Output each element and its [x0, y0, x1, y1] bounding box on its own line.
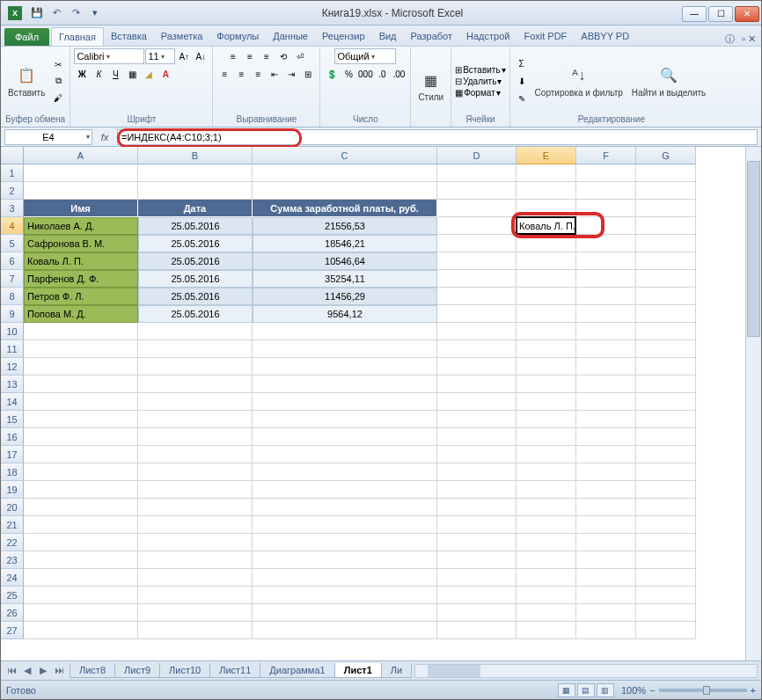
cell-A27[interactable]	[24, 622, 138, 639]
save-button[interactable]: 💾	[29, 5, 45, 21]
cell-C21[interactable]	[253, 516, 437, 534]
cell-C8[interactable]: 11456,29	[253, 288, 437, 305]
sheet-tab-Лист1[interactable]: Лист1	[334, 663, 382, 678]
page-layout-view-button[interactable]: ▤	[577, 683, 595, 697]
cell-D26[interactable]	[437, 604, 517, 622]
cell-D5[interactable]	[437, 235, 517, 252]
cell-F27[interactable]	[576, 622, 636, 639]
cell-E11[interactable]	[517, 340, 576, 358]
cell-D14[interactable]	[437, 393, 517, 411]
cell-G21[interactable]	[636, 516, 696, 534]
wrap-text-button[interactable]: ⏎	[292, 48, 308, 64]
row-header-15[interactable]: 15	[1, 411, 24, 428]
cell-G24[interactable]	[636, 569, 696, 587]
cell-B27[interactable]	[138, 622, 253, 639]
paste-button[interactable]: 📋 Вставить	[4, 63, 48, 99]
cell-E5[interactable]	[517, 235, 576, 252]
row-header-3[interactable]: 3	[1, 200, 24, 217]
row-header-26[interactable]: 26	[1, 604, 24, 622]
cell-E27[interactable]	[517, 622, 576, 639]
cell-D6[interactable]	[437, 252, 517, 270]
cell-D21[interactable]	[437, 516, 517, 534]
cell-F23[interactable]	[576, 551, 636, 569]
cell-A8[interactable]: Петров Ф. Л.	[24, 288, 138, 305]
cell-B3[interactable]: Дата	[138, 200, 253, 217]
cell-D9[interactable]	[437, 305, 517, 323]
cell-E2[interactable]	[517, 182, 576, 200]
ribbon-tab-надстрой[interactable]: Надстрой	[459, 27, 517, 46]
cell-F18[interactable]	[576, 463, 636, 481]
ribbon-tab-главная[interactable]: Главная	[51, 27, 104, 46]
increase-decimal-button[interactable]: .0	[374, 66, 390, 82]
cell-B20[interactable]	[138, 499, 253, 516]
sheet-tab-Лист11[interactable]: Лист11	[209, 663, 260, 678]
cell-F15[interactable]	[576, 411, 636, 428]
cell-F21[interactable]	[576, 516, 636, 534]
cell-G17[interactable]	[636, 446, 696, 463]
column-header-F[interactable]: F	[576, 147, 636, 164]
percent-button[interactable]: %	[341, 66, 356, 82]
cell-D13[interactable]	[437, 376, 517, 393]
cell-A21[interactable]	[24, 516, 138, 534]
cell-A25[interactable]	[24, 587, 138, 604]
cell-A22[interactable]	[24, 534, 138, 551]
bold-button[interactable]: Ж	[74, 66, 90, 82]
hscroll-thumb[interactable]	[428, 665, 480, 677]
cell-E25[interactable]	[517, 587, 576, 604]
sheet-nav-first[interactable]: ⏮	[4, 665, 18, 676]
cell-G8[interactable]	[636, 288, 696, 305]
cell-G9[interactable]	[636, 305, 696, 323]
cell-B24[interactable]	[138, 569, 253, 587]
cell-G15[interactable]	[636, 411, 696, 428]
cell-G20[interactable]	[636, 499, 696, 516]
fill-button[interactable]: ⬇	[514, 73, 530, 89]
ribbon-tab-разметка[interactable]: Разметка	[154, 27, 210, 46]
cell-B7[interactable]: 25.05.2016	[138, 270, 253, 288]
zoom-out-button[interactable]: −	[649, 685, 655, 696]
vscroll-thumb[interactable]	[747, 161, 760, 337]
autosum-button[interactable]: Σ	[514, 55, 530, 71]
cell-E1[interactable]	[517, 164, 576, 182]
cell-G3[interactable]	[636, 200, 696, 217]
cell-D3[interactable]	[437, 200, 517, 217]
zoom-in-button[interactable]: +	[751, 685, 756, 696]
cell-F3[interactable]	[576, 200, 636, 217]
cell-A19[interactable]	[24, 481, 138, 499]
cell-G1[interactable]	[636, 164, 696, 182]
cell-G12[interactable]	[636, 358, 696, 376]
cell-C2[interactable]	[253, 182, 437, 200]
cell-E15[interactable]	[517, 411, 576, 428]
cell-C17[interactable]	[253, 446, 437, 463]
align-top-button[interactable]: ≡	[225, 48, 241, 64]
cell-F12[interactable]	[576, 358, 636, 376]
underline-button[interactable]: Ч	[107, 66, 123, 82]
cell-B12[interactable]	[138, 358, 253, 376]
cell-A12[interactable]	[24, 358, 138, 376]
cell-E18[interactable]	[517, 463, 576, 481]
cell-F4[interactable]	[576, 217, 636, 235]
sheet-tab-Диаграмма1[interactable]: Диаграмма1	[260, 663, 334, 678]
cell-C24[interactable]	[253, 569, 437, 587]
cell-G22[interactable]	[636, 534, 696, 551]
cell-A10[interactable]	[24, 323, 138, 340]
cell-B17[interactable]	[138, 446, 253, 463]
cell-G5[interactable]	[636, 235, 696, 252]
cell-C12[interactable]	[253, 358, 437, 376]
help-icon[interactable]: ⓘ	[725, 33, 735, 46]
cell-C14[interactable]	[253, 393, 437, 411]
format-painter-button[interactable]: 🖌	[50, 90, 66, 106]
cell-C18[interactable]	[253, 463, 437, 481]
ribbon-tab-abbyy pd[interactable]: ABBYY PD	[574, 27, 636, 46]
ribbon-minimize-icon[interactable]: ▫ ✕	[742, 33, 756, 45]
increase-font-button[interactable]: A↑	[176, 48, 192, 64]
ribbon-tab-данные[interactable]: Данные	[266, 27, 315, 46]
cell-C13[interactable]	[253, 376, 437, 393]
cell-C9[interactable]: 9564,12	[253, 305, 437, 323]
cell-G11[interactable]	[636, 340, 696, 358]
row-header-17[interactable]: 17	[1, 446, 24, 463]
cell-A26[interactable]	[24, 604, 138, 622]
cell-G7[interactable]	[636, 270, 696, 288]
cell-D22[interactable]	[437, 534, 517, 551]
cell-E17[interactable]	[517, 446, 576, 463]
row-header-21[interactable]: 21	[1, 516, 24, 534]
